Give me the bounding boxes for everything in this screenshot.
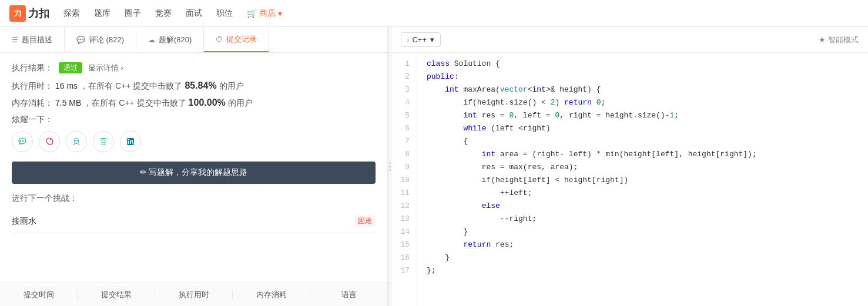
challenge-name: 接雨水 [12,216,36,227]
line-number: 9 [391,161,417,174]
mem-value: 7.5 MB [55,98,81,107]
col-result: 提交结果 [78,290,155,300]
tab-submissions[interactable]: ⏱ 提交记录 [204,27,269,52]
logo[interactable]: 力 力扣 [9,5,49,22]
code-line: --right; [427,213,868,226]
comments-icon: 💬 [76,36,85,44]
time-value: 16 ms [55,81,78,90]
nav-jobs[interactable]: 职位 [216,8,233,19]
code-token [427,200,482,213]
smart-mode-icon: ★ [819,35,826,44]
line-number: 12 [391,200,417,213]
tab-solutions[interactable]: ☁ 题解(820) [136,27,204,52]
code-token: return [564,96,592,109]
code-token [427,109,463,122]
tab-description-label: 题目描述 [22,35,52,45]
code-token: return [463,238,491,251]
code-line: } [427,226,868,238]
code-token: int [532,83,545,96]
code-token: , left = [514,109,555,122]
code-line: public: [427,70,868,83]
svg-point-0 [20,140,21,142]
code-token: 0 [509,109,514,122]
col-memory: 内存消耗 [233,290,310,300]
submission-content: 执行结果： 通过 显示详情 › 执行用时： 16 ms ，在所有 C++ 提交中… [0,53,387,283]
svg-rect-11 [128,141,129,144]
qq-icon[interactable] [66,131,87,152]
wechat-icon[interactable] [12,131,33,152]
douban-icon[interactable] [93,131,114,152]
tab-comments[interactable]: 💬 评论 (822) [65,27,136,52]
submission-table-header: 提交时间 提交结果 执行用时 内存消耗 语言 [0,283,387,306]
time-percent: 85.84% [185,80,216,91]
divider-dot-1 [389,162,391,164]
line-number: 16 [391,251,417,264]
code-line: int res = 0, left = 0, right = height.si… [427,109,868,122]
time-label: 执行用时： [12,81,53,92]
code-token: res; [491,238,514,251]
code-token: else [482,200,500,213]
svg-point-3 [75,139,79,144]
nav-shop[interactable]: 🛒 商店 ▾ [247,8,282,19]
code-line: ++left; [427,187,868,200]
linkedin-icon[interactable] [120,131,141,152]
line-number: 6 [391,122,417,135]
tab-bar: ☰ 题目描述 💬 评论 (822) ☁ 题解(820) ⏱ 提交记录 [0,27,387,53]
code-token: : [454,70,459,83]
divider-dot-3 [389,169,391,171]
write-solution-button[interactable]: ✏ 写题解，分享我的解题思路 [12,162,376,184]
logo-icon: 力 [9,5,26,22]
line-number: 13 [391,213,417,226]
smart-mode[interactable]: ★ 智能模式 [819,35,859,45]
code-token: 0 [596,96,601,109]
nav-contest[interactable]: 竞赛 [155,8,172,19]
code-token [427,122,463,135]
code-line: int area = (right- left) * min(height[le… [427,148,868,161]
code-token: int [445,83,458,96]
nav-problems[interactable]: 题库 [94,8,110,19]
tab-description[interactable]: ☰ 题目描述 [0,27,65,52]
line-number: 4 [391,96,417,109]
code-token: vector [500,83,528,96]
code-line: while (left <right) [427,122,868,135]
code-line: else [427,200,868,213]
svg-point-12 [128,139,129,140]
code-token: { [495,58,500,70]
smart-mode-label: 智能模式 [828,35,859,45]
weibo-icon[interactable] [39,131,60,152]
challenge-item[interactable]: 接雨水 困难 [12,210,376,233]
code-token: } [427,251,450,264]
svg-point-1 [22,140,24,142]
logo-text: 力扣 [28,6,49,21]
code-area[interactable]: 1234567891011121314151617 class Solution… [391,53,868,306]
code-line: return res; [427,238,868,251]
line-number: 10 [391,174,417,187]
top-navigation: 力 力扣 探索 题库 圈子 竞赛 面试 职位 🛒 商店 ▾ [0,0,868,27]
code-line: class Solution { [427,58,868,70]
code-token: 0 [555,109,559,122]
lang-icon: i [407,36,408,43]
code-token: , right = height.size()- [559,109,669,122]
nav-explore[interactable]: 探索 [63,8,80,19]
detail-link[interactable]: 显示详情 › [88,63,123,73]
mem-label: 内存消耗： [12,98,53,109]
code-token: < [528,83,532,96]
main-layout: ☰ 题目描述 💬 评论 (822) ☁ 题解(820) ⏱ 提交记录 执行结果：… [0,27,868,306]
code-line: int maxArea(vector<int>& height) { [427,83,868,96]
language-selector[interactable]: i C++ ▾ [401,32,441,47]
language-label: C++ [412,35,427,44]
shop-icon: 🛒 [247,9,257,18]
line-number: 2 [391,70,417,83]
code-line: if(height[left] < height[right]) [427,174,868,187]
nav-interview[interactable]: 面试 [186,8,202,19]
line-number: 3 [391,83,417,96]
svg-point-5 [77,140,78,141]
code-token: ) [555,96,564,109]
code-token: Solution [454,58,495,70]
mem-suffix: 的用户 [228,98,253,109]
code-line: }; [427,264,868,277]
svg-rect-6 [100,138,106,139]
left-panel: ☰ 题目描述 💬 评论 (822) ☁ 题解(820) ⏱ 提交记录 执行结果：… [0,27,388,306]
nav-circle[interactable]: 圈子 [125,8,141,19]
code-token: ++left; [427,187,532,200]
